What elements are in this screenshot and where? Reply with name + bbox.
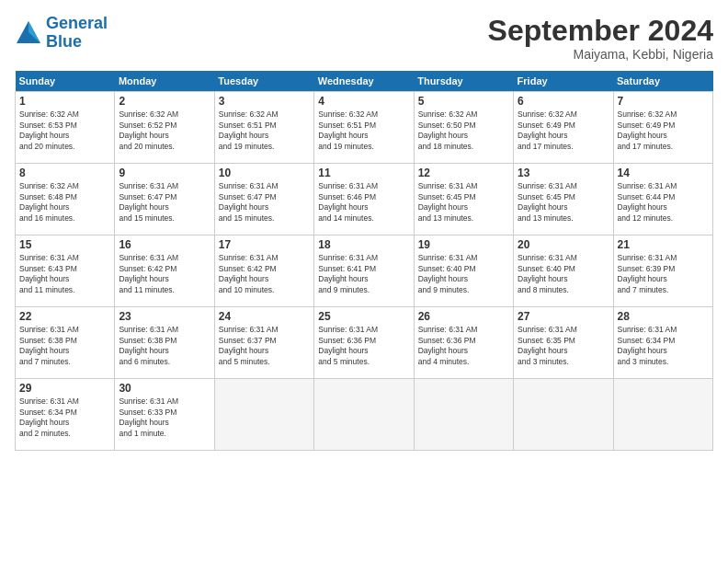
day-info: Sunrise: 6:31 AM Sunset: 6:36 PM Dayligh… [318, 325, 409, 367]
day-cell: 11 Sunrise: 6:31 AM Sunset: 6:46 PM Dayl… [314, 164, 414, 236]
day-number: 4 [318, 95, 409, 108]
day-cell [214, 379, 313, 451]
day-info: Sunrise: 6:31 AM Sunset: 6:37 PM Dayligh… [219, 325, 310, 367]
day-cell: 23 Sunrise: 6:31 AM Sunset: 6:38 PM Dayl… [115, 307, 214, 379]
day-cell [514, 379, 613, 451]
day-number: 2 [119, 95, 210, 108]
day-cell: 8 Sunrise: 6:32 AM Sunset: 6:48 PM Dayli… [16, 164, 115, 236]
day-cell: 16 Sunrise: 6:31 AM Sunset: 6:42 PM Dayl… [115, 236, 214, 307]
day-number: 22 [19, 310, 110, 323]
day-info: Sunrise: 6:31 AM Sunset: 6:45 PM Dayligh… [518, 181, 609, 224]
day-cell: 25 Sunrise: 6:31 AM Sunset: 6:36 PM Dayl… [314, 307, 414, 379]
header-row: Sunday Monday Tuesday Wednesday Thursday… [16, 71, 713, 92]
col-saturday: Saturday [613, 71, 712, 92]
col-wednesday: Wednesday [314, 71, 414, 92]
day-cell: 12 Sunrise: 6:31 AM Sunset: 6:45 PM Dayl… [414, 164, 513, 236]
day-info: Sunrise: 6:31 AM Sunset: 6:34 PM Dayligh… [19, 396, 110, 439]
day-number: 5 [418, 95, 509, 108]
day-number: 27 [518, 310, 609, 323]
day-cell: 5 Sunrise: 6:32 AM Sunset: 6:50 PM Dayli… [414, 92, 513, 164]
day-info: Sunrise: 6:32 AM Sunset: 6:49 PM Dayligh… [518, 109, 609, 152]
day-cell: 7 Sunrise: 6:32 AM Sunset: 6:49 PM Dayli… [613, 92, 712, 164]
col-tuesday: Tuesday [214, 71, 313, 92]
day-number: 12 [418, 167, 509, 179]
day-number: 28 [618, 310, 709, 323]
day-cell: 15 Sunrise: 6:31 AM Sunset: 6:43 PM Dayl… [16, 236, 115, 307]
day-number: 26 [418, 310, 509, 323]
day-cell: 20 Sunrise: 6:31 AM Sunset: 6:40 PM Dayl… [514, 236, 613, 307]
week-row-5: 29 Sunrise: 6:31 AM Sunset: 6:34 PM Dayl… [16, 379, 713, 451]
logo-general: General [46, 14, 108, 32]
day-info: Sunrise: 6:31 AM Sunset: 6:35 PM Dayligh… [518, 325, 609, 367]
day-info: Sunrise: 6:32 AM Sunset: 6:49 PM Dayligh… [618, 109, 709, 152]
logo-blue: Blue [46, 32, 82, 51]
day-cell [314, 379, 414, 451]
logo-text: General Blue [46, 15, 108, 52]
col-sunday: Sunday [16, 71, 115, 92]
week-row-1: 1 Sunrise: 6:32 AM Sunset: 6:53 PM Dayli… [16, 92, 713, 164]
day-info: Sunrise: 6:31 AM Sunset: 6:38 PM Dayligh… [19, 325, 110, 367]
day-info: Sunrise: 6:32 AM Sunset: 6:50 PM Dayligh… [418, 109, 509, 152]
header: General Blue September 2024 Maiyama, Keb… [15, 15, 713, 62]
day-cell: 22 Sunrise: 6:31 AM Sunset: 6:38 PM Dayl… [16, 307, 115, 379]
day-number: 14 [618, 167, 709, 179]
day-info: Sunrise: 6:32 AM Sunset: 6:51 PM Dayligh… [219, 109, 310, 152]
logo-icon [15, 19, 42, 47]
day-info: Sunrise: 6:32 AM Sunset: 6:48 PM Dayligh… [19, 181, 110, 224]
day-number: 20 [518, 238, 609, 251]
day-cell: 28 Sunrise: 6:31 AM Sunset: 6:34 PM Dayl… [613, 307, 712, 379]
logo: General Blue [15, 15, 108, 52]
day-number: 1 [19, 95, 110, 108]
week-row-3: 15 Sunrise: 6:31 AM Sunset: 6:43 PM Dayl… [16, 236, 713, 307]
day-number: 29 [19, 382, 110, 395]
title-block: September 2024 Maiyama, Kebbi, Nigeria [488, 15, 713, 62]
day-cell [613, 379, 712, 451]
day-cell: 21 Sunrise: 6:31 AM Sunset: 6:39 PM Dayl… [613, 236, 712, 307]
day-cell: 2 Sunrise: 6:32 AM Sunset: 6:52 PM Dayli… [115, 92, 214, 164]
day-cell: 13 Sunrise: 6:31 AM Sunset: 6:45 PM Dayl… [514, 164, 613, 236]
location-subtitle: Maiyama, Kebbi, Nigeria [488, 47, 713, 62]
day-number: 15 [19, 238, 110, 251]
day-number: 3 [219, 95, 310, 108]
page: General Blue September 2024 Maiyama, Keb… [0, 0, 728, 563]
day-info: Sunrise: 6:31 AM Sunset: 6:40 PM Dayligh… [418, 253, 509, 295]
col-friday: Friday [514, 71, 613, 92]
col-monday: Monday [115, 71, 214, 92]
day-info: Sunrise: 6:31 AM Sunset: 6:45 PM Dayligh… [418, 181, 509, 224]
day-number: 8 [19, 167, 110, 179]
day-number: 11 [318, 167, 409, 179]
day-cell [414, 379, 513, 451]
day-number: 19 [418, 238, 509, 251]
day-info: Sunrise: 6:31 AM Sunset: 6:42 PM Dayligh… [219, 253, 310, 295]
day-cell: 10 Sunrise: 6:31 AM Sunset: 6:47 PM Dayl… [214, 164, 313, 236]
day-info: Sunrise: 6:31 AM Sunset: 6:47 PM Dayligh… [219, 181, 310, 224]
day-info: Sunrise: 6:31 AM Sunset: 6:40 PM Dayligh… [518, 253, 609, 295]
day-info: Sunrise: 6:31 AM Sunset: 6:44 PM Dayligh… [618, 181, 709, 224]
calendar-table: Sunday Monday Tuesday Wednesday Thursday… [15, 71, 713, 451]
day-number: 17 [219, 238, 310, 251]
day-info: Sunrise: 6:31 AM Sunset: 6:43 PM Dayligh… [19, 253, 110, 295]
day-number: 13 [518, 167, 609, 179]
day-info: Sunrise: 6:31 AM Sunset: 6:36 PM Dayligh… [418, 325, 509, 367]
day-number: 23 [119, 310, 210, 323]
day-number: 16 [119, 238, 210, 251]
day-number: 7 [618, 95, 709, 108]
day-cell: 4 Sunrise: 6:32 AM Sunset: 6:51 PM Dayli… [314, 92, 414, 164]
week-row-2: 8 Sunrise: 6:32 AM Sunset: 6:48 PM Dayli… [16, 164, 713, 236]
day-info: Sunrise: 6:31 AM Sunset: 6:33 PM Dayligh… [119, 396, 210, 439]
day-cell: 3 Sunrise: 6:32 AM Sunset: 6:51 PM Dayli… [214, 92, 313, 164]
day-number: 24 [219, 310, 310, 323]
day-cell: 14 Sunrise: 6:31 AM Sunset: 6:44 PM Dayl… [613, 164, 712, 236]
day-number: 18 [318, 238, 409, 251]
week-row-4: 22 Sunrise: 6:31 AM Sunset: 6:38 PM Dayl… [16, 307, 713, 379]
day-info: Sunrise: 6:31 AM Sunset: 6:47 PM Dayligh… [119, 181, 210, 224]
day-info: Sunrise: 6:31 AM Sunset: 6:42 PM Dayligh… [119, 253, 210, 295]
day-number: 9 [119, 167, 210, 179]
day-cell: 19 Sunrise: 6:31 AM Sunset: 6:40 PM Dayl… [414, 236, 513, 307]
day-cell: 30 Sunrise: 6:31 AM Sunset: 6:33 PM Dayl… [115, 379, 214, 451]
day-cell: 26 Sunrise: 6:31 AM Sunset: 6:36 PM Dayl… [414, 307, 513, 379]
day-number: 10 [219, 167, 310, 179]
day-cell: 1 Sunrise: 6:32 AM Sunset: 6:53 PM Dayli… [16, 92, 115, 164]
month-title: September 2024 [488, 15, 713, 47]
day-info: Sunrise: 6:31 AM Sunset: 6:34 PM Dayligh… [618, 325, 709, 367]
